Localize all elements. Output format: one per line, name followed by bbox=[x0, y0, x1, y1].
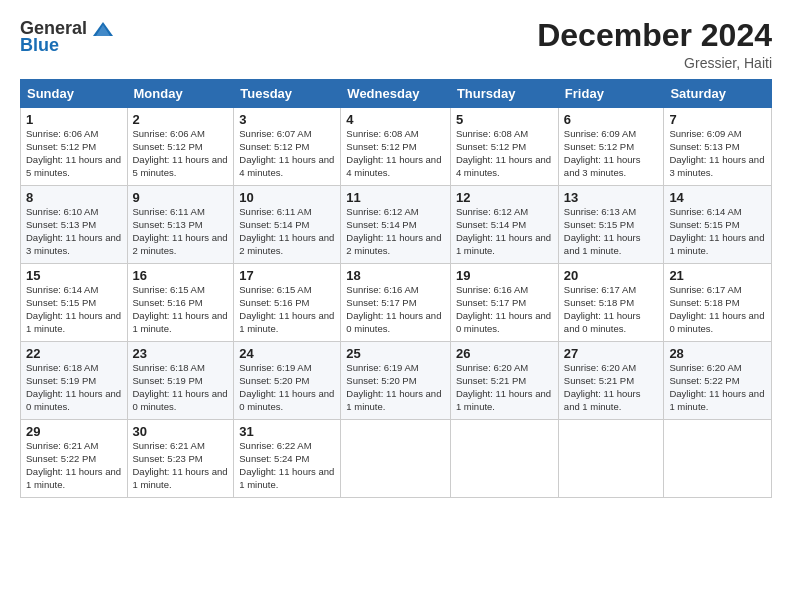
day-cell bbox=[664, 420, 772, 498]
day-cell bbox=[341, 420, 451, 498]
day-cell: 22Sunrise: 6:18 AMSunset: 5:19 PMDayligh… bbox=[21, 342, 128, 420]
day-cell: 15Sunrise: 6:14 AMSunset: 5:15 PMDayligh… bbox=[21, 264, 128, 342]
day-info: Sunrise: 6:19 AMSunset: 5:20 PMDaylight:… bbox=[239, 362, 334, 411]
col-header-tuesday: Tuesday bbox=[234, 80, 341, 108]
day-cell: 19Sunrise: 6:16 AMSunset: 5:17 PMDayligh… bbox=[450, 264, 558, 342]
col-header-friday: Friday bbox=[558, 80, 664, 108]
page: General Blue December 2024 Gressier, Hai… bbox=[0, 0, 792, 612]
day-number: 3 bbox=[239, 112, 335, 127]
day-cell: 31Sunrise: 6:22 AMSunset: 5:24 PMDayligh… bbox=[234, 420, 341, 498]
day-number: 23 bbox=[133, 346, 229, 361]
day-info: Sunrise: 6:09 AMSunset: 5:13 PMDaylight:… bbox=[669, 128, 764, 177]
day-cell: 24Sunrise: 6:19 AMSunset: 5:20 PMDayligh… bbox=[234, 342, 341, 420]
week-row-5: 29Sunrise: 6:21 AMSunset: 5:22 PMDayligh… bbox=[21, 420, 772, 498]
title-area: December 2024 Gressier, Haiti bbox=[537, 18, 772, 71]
day-cell: 5Sunrise: 6:08 AMSunset: 5:12 PMDaylight… bbox=[450, 108, 558, 186]
day-cell bbox=[558, 420, 664, 498]
day-cell bbox=[450, 420, 558, 498]
day-cell: 30Sunrise: 6:21 AMSunset: 5:23 PMDayligh… bbox=[127, 420, 234, 498]
day-number: 5 bbox=[456, 112, 553, 127]
day-number: 17 bbox=[239, 268, 335, 283]
day-info: Sunrise: 6:20 AMSunset: 5:21 PMDaylight:… bbox=[564, 362, 641, 411]
day-cell: 26Sunrise: 6:20 AMSunset: 5:21 PMDayligh… bbox=[450, 342, 558, 420]
day-number: 24 bbox=[239, 346, 335, 361]
col-header-sunday: Sunday bbox=[21, 80, 128, 108]
day-number: 21 bbox=[669, 268, 766, 283]
location: Gressier, Haiti bbox=[537, 55, 772, 71]
day-info: Sunrise: 6:15 AMSunset: 5:16 PMDaylight:… bbox=[239, 284, 334, 333]
day-number: 4 bbox=[346, 112, 445, 127]
week-row-4: 22Sunrise: 6:18 AMSunset: 5:19 PMDayligh… bbox=[21, 342, 772, 420]
day-info: Sunrise: 6:09 AMSunset: 5:12 PMDaylight:… bbox=[564, 128, 641, 177]
day-info: Sunrise: 6:12 AMSunset: 5:14 PMDaylight:… bbox=[346, 206, 441, 255]
day-info: Sunrise: 6:16 AMSunset: 5:17 PMDaylight:… bbox=[346, 284, 441, 333]
day-cell: 20Sunrise: 6:17 AMSunset: 5:18 PMDayligh… bbox=[558, 264, 664, 342]
col-header-wednesday: Wednesday bbox=[341, 80, 451, 108]
day-cell: 14Sunrise: 6:14 AMSunset: 5:15 PMDayligh… bbox=[664, 186, 772, 264]
header: General Blue December 2024 Gressier, Hai… bbox=[20, 18, 772, 71]
day-cell: 8Sunrise: 6:10 AMSunset: 5:13 PMDaylight… bbox=[21, 186, 128, 264]
day-info: Sunrise: 6:08 AMSunset: 5:12 PMDaylight:… bbox=[346, 128, 441, 177]
day-info: Sunrise: 6:10 AMSunset: 5:13 PMDaylight:… bbox=[26, 206, 121, 255]
day-info: Sunrise: 6:14 AMSunset: 5:15 PMDaylight:… bbox=[669, 206, 764, 255]
col-header-monday: Monday bbox=[127, 80, 234, 108]
header-row: SundayMondayTuesdayWednesdayThursdayFrid… bbox=[21, 80, 772, 108]
day-info: Sunrise: 6:07 AMSunset: 5:12 PMDaylight:… bbox=[239, 128, 334, 177]
day-number: 14 bbox=[669, 190, 766, 205]
day-info: Sunrise: 6:12 AMSunset: 5:14 PMDaylight:… bbox=[456, 206, 551, 255]
week-row-3: 15Sunrise: 6:14 AMSunset: 5:15 PMDayligh… bbox=[21, 264, 772, 342]
day-info: Sunrise: 6:20 AMSunset: 5:21 PMDaylight:… bbox=[456, 362, 551, 411]
logo-icon bbox=[91, 20, 115, 38]
day-info: Sunrise: 6:17 AMSunset: 5:18 PMDaylight:… bbox=[669, 284, 764, 333]
day-cell: 7Sunrise: 6:09 AMSunset: 5:13 PMDaylight… bbox=[664, 108, 772, 186]
day-number: 22 bbox=[26, 346, 122, 361]
day-cell: 10Sunrise: 6:11 AMSunset: 5:14 PMDayligh… bbox=[234, 186, 341, 264]
day-number: 1 bbox=[26, 112, 122, 127]
day-info: Sunrise: 6:20 AMSunset: 5:22 PMDaylight:… bbox=[669, 362, 764, 411]
day-number: 18 bbox=[346, 268, 445, 283]
day-info: Sunrise: 6:21 AMSunset: 5:23 PMDaylight:… bbox=[133, 440, 228, 489]
day-number: 10 bbox=[239, 190, 335, 205]
day-cell: 4Sunrise: 6:08 AMSunset: 5:12 PMDaylight… bbox=[341, 108, 451, 186]
day-info: Sunrise: 6:13 AMSunset: 5:15 PMDaylight:… bbox=[564, 206, 641, 255]
day-info: Sunrise: 6:18 AMSunset: 5:19 PMDaylight:… bbox=[26, 362, 121, 411]
day-info: Sunrise: 6:11 AMSunset: 5:14 PMDaylight:… bbox=[239, 206, 334, 255]
day-info: Sunrise: 6:11 AMSunset: 5:13 PMDaylight:… bbox=[133, 206, 228, 255]
col-header-saturday: Saturday bbox=[664, 80, 772, 108]
day-cell: 28Sunrise: 6:20 AMSunset: 5:22 PMDayligh… bbox=[664, 342, 772, 420]
day-cell: 2Sunrise: 6:06 AMSunset: 5:12 PMDaylight… bbox=[127, 108, 234, 186]
day-number: 26 bbox=[456, 346, 553, 361]
day-cell: 23Sunrise: 6:18 AMSunset: 5:19 PMDayligh… bbox=[127, 342, 234, 420]
day-number: 9 bbox=[133, 190, 229, 205]
day-cell: 16Sunrise: 6:15 AMSunset: 5:16 PMDayligh… bbox=[127, 264, 234, 342]
day-cell: 11Sunrise: 6:12 AMSunset: 5:14 PMDayligh… bbox=[341, 186, 451, 264]
day-number: 25 bbox=[346, 346, 445, 361]
day-cell: 1Sunrise: 6:06 AMSunset: 5:12 PMDaylight… bbox=[21, 108, 128, 186]
day-info: Sunrise: 6:08 AMSunset: 5:12 PMDaylight:… bbox=[456, 128, 551, 177]
day-cell: 21Sunrise: 6:17 AMSunset: 5:18 PMDayligh… bbox=[664, 264, 772, 342]
day-number: 30 bbox=[133, 424, 229, 439]
day-info: Sunrise: 6:21 AMSunset: 5:22 PMDaylight:… bbox=[26, 440, 121, 489]
day-cell: 12Sunrise: 6:12 AMSunset: 5:14 PMDayligh… bbox=[450, 186, 558, 264]
day-cell: 13Sunrise: 6:13 AMSunset: 5:15 PMDayligh… bbox=[558, 186, 664, 264]
logo: General Blue bbox=[20, 18, 115, 56]
day-info: Sunrise: 6:16 AMSunset: 5:17 PMDaylight:… bbox=[456, 284, 551, 333]
day-number: 20 bbox=[564, 268, 659, 283]
day-info: Sunrise: 6:18 AMSunset: 5:19 PMDaylight:… bbox=[133, 362, 228, 411]
day-info: Sunrise: 6:17 AMSunset: 5:18 PMDaylight:… bbox=[564, 284, 641, 333]
day-number: 7 bbox=[669, 112, 766, 127]
day-info: Sunrise: 6:14 AMSunset: 5:15 PMDaylight:… bbox=[26, 284, 121, 333]
day-cell: 6Sunrise: 6:09 AMSunset: 5:12 PMDaylight… bbox=[558, 108, 664, 186]
col-header-thursday: Thursday bbox=[450, 80, 558, 108]
week-row-2: 8Sunrise: 6:10 AMSunset: 5:13 PMDaylight… bbox=[21, 186, 772, 264]
calendar: SundayMondayTuesdayWednesdayThursdayFrid… bbox=[20, 79, 772, 498]
day-number: 11 bbox=[346, 190, 445, 205]
day-info: Sunrise: 6:06 AMSunset: 5:12 PMDaylight:… bbox=[133, 128, 228, 177]
day-cell: 18Sunrise: 6:16 AMSunset: 5:17 PMDayligh… bbox=[341, 264, 451, 342]
day-info: Sunrise: 6:22 AMSunset: 5:24 PMDaylight:… bbox=[239, 440, 334, 489]
day-number: 13 bbox=[564, 190, 659, 205]
day-number: 15 bbox=[26, 268, 122, 283]
day-number: 8 bbox=[26, 190, 122, 205]
day-number: 16 bbox=[133, 268, 229, 283]
day-number: 27 bbox=[564, 346, 659, 361]
